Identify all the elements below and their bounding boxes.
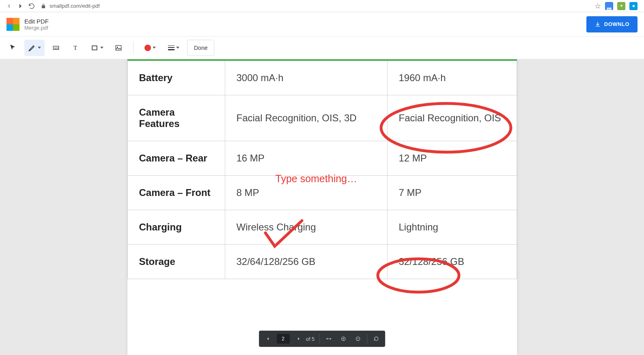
chevron-down-icon (176, 47, 179, 49)
zoom-in-button[interactable] (336, 332, 351, 345)
row-col1: Facial Recognition, OIS, 3D (225, 95, 387, 141)
table-row: Camera Features Facial Recognition, OIS,… (127, 95, 517, 141)
app-title: Edit PDF (24, 18, 49, 25)
spec-table: Battery 3000 mA·h 1960 mA·h Camera Featu… (127, 59, 517, 279)
table-row: Camera – Rear 16 MP 12 MP (127, 141, 517, 176)
pdf-page[interactable]: Battery 3000 mA·h 1960 mA·h Camera Featu… (127, 59, 517, 355)
table-row: Battery 3000 mA·h 1960 mA·h (127, 60, 517, 95)
next-page-button[interactable] (291, 332, 306, 345)
download-button[interactable]: DOWNLO (586, 16, 638, 32)
extension-icon[interactable]: ✚ (617, 2, 625, 10)
row-label: Storage (127, 245, 225, 279)
extension-icon[interactable] (605, 2, 613, 10)
url-text: smallpdf.com/edit-pdf (50, 3, 100, 9)
bookmark-star-icon[interactable]: ☆ (594, 2, 601, 11)
lock-icon (41, 3, 46, 9)
shape-tool[interactable] (87, 40, 107, 56)
download-label: DOWNLO (604, 21, 629, 27)
smallpdf-logo (6, 18, 19, 31)
image-tool[interactable] (110, 40, 127, 56)
row-col2: Facial Recognition, OIS (387, 95, 517, 141)
svg-text:T: T (73, 45, 77, 51)
table-row: Charging Wireless Charging Lightning (127, 210, 517, 245)
done-button[interactable]: Done (187, 40, 214, 56)
toolbar-divider (133, 41, 134, 54)
file-name: Merge.pdf (24, 25, 49, 31)
select-tool[interactable] (5, 40, 21, 56)
row-label: Charging (127, 210, 225, 245)
draw-tool[interactable] (24, 40, 45, 56)
color-swatch-icon (144, 45, 151, 51)
row-label: Camera Features (127, 95, 225, 141)
browser-extensions: ☆ ✚ ◉ (594, 2, 641, 11)
zoom-out-button[interactable] (351, 332, 365, 345)
row-col2: 1960 mA·h (387, 60, 517, 95)
row-col2: 12 MP (387, 141, 517, 176)
prev-page-button[interactable] (261, 332, 275, 345)
row-col1: 32/64/128/256 GB (225, 245, 387, 279)
browser-reload-button[interactable] (26, 0, 37, 12)
fit-width-button[interactable] (321, 332, 336, 345)
text-annotation[interactable]: Type something… (276, 173, 358, 185)
chevron-down-icon (38, 47, 41, 49)
row-col1: Wireless Charging (225, 210, 387, 245)
row-label: Battery (127, 60, 225, 95)
row-col1: 3000 mA·h (225, 60, 387, 95)
svg-rect-3 (92, 46, 97, 50)
page-control-bar: of 5 (259, 331, 386, 347)
row-label: Camera – Rear (127, 141, 225, 176)
row-col2: 7 MP (387, 176, 517, 210)
canvas-area[interactable]: Battery 3000 mA·h 1960 mA·h Camera Featu… (0, 59, 644, 355)
svg-text:abc: abc (54, 46, 59, 49)
browser-forward-button[interactable] (15, 0, 26, 12)
table-row: Storage 32/64/128/256 GB 32/128/256 GB (127, 245, 517, 279)
thickness-tool[interactable] (164, 40, 184, 56)
url-bar[interactable]: smallpdf.com/edit-pdf (41, 1, 591, 11)
chevron-down-icon (153, 47, 156, 49)
extension-icon[interactable]: ◉ (629, 2, 638, 10)
row-col2: 32/128/256 GB (387, 245, 517, 279)
text-tool[interactable]: T (67, 40, 84, 56)
highlight-tool[interactable]: abc (48, 40, 64, 56)
row-col1: 16 MP (225, 141, 387, 176)
rotate-button[interactable] (369, 332, 383, 345)
chevron-down-icon (100, 47, 103, 49)
row-label: Camera – Front (127, 176, 225, 210)
svg-rect-4 (116, 45, 121, 50)
line-thickness-icon (168, 45, 174, 50)
page-number-input[interactable] (277, 334, 290, 344)
row-col2: Lightning (387, 210, 517, 245)
page-total-label: of 5 (306, 336, 315, 342)
browser-back-button[interactable] (3, 0, 15, 12)
color-picker-tool[interactable] (140, 40, 160, 56)
editor-toolbar: abc T Done (0, 37, 644, 59)
